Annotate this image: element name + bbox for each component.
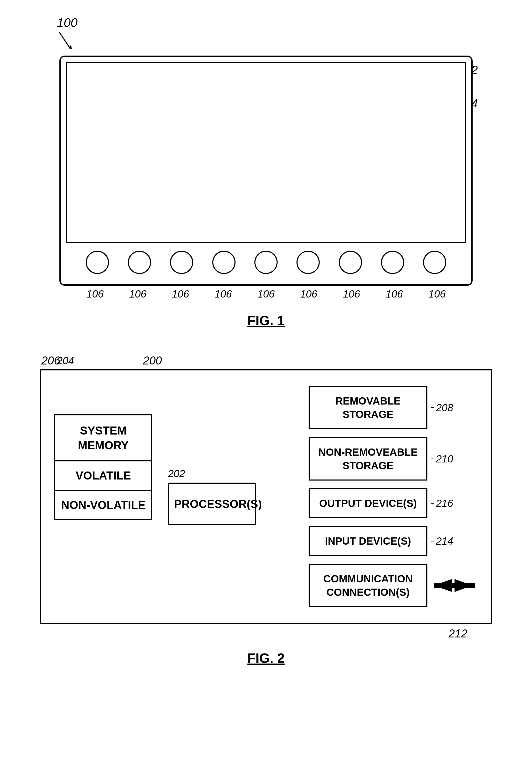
speaker-labels-row: 106 106 106 106 106 106 106 106 106 [59, 286, 473, 302]
label-202: 202 [168, 468, 256, 479]
speaker-label-3: 106 [169, 288, 192, 300]
memory-group-wrapper: 204 SYSTEM MEMORY VOLATILE NON-VOLATILE [54, 386, 152, 520]
right-portion: REMOVABLE STORAGE 208 NON-REMOVEABLE STO… [308, 386, 478, 607]
non-removable-storage-box: NON-REMOVEABLE STORAGE [308, 437, 427, 480]
middle-portion: 202 PROCESSOR(S) [168, 386, 256, 607]
input-device-box: INPUT DEVICE(S) [308, 526, 427, 556]
speaker-label-2: 106 [126, 288, 149, 300]
non-removable-storage-row: NON-REMOVEABLE STORAGE 210 [308, 437, 478, 480]
non-volatile-row: NON-VOLATILE [55, 491, 151, 519]
speaker-circle [255, 251, 277, 274]
ref-line-208 [431, 408, 434, 408]
output-device-row: OUTPUT DEVICE(S) 216 [308, 488, 478, 518]
speaker-label-6: 106 [297, 288, 321, 300]
speaker-label-1: 106 [83, 288, 107, 300]
speaker-circle [296, 251, 320, 274]
svg-marker-10 [434, 579, 452, 592]
label-100: 100 [57, 16, 78, 30]
speaker-label-9: 106 [425, 288, 449, 300]
double-arrow-icon [431, 577, 478, 594]
memory-group: SYSTEM MEMORY VOLATILE NON-VOLATILE [54, 414, 152, 520]
label-212: 212 [449, 627, 467, 640]
removable-storage-box: REMOVABLE STORAGE [308, 386, 427, 429]
monitor-screen [66, 62, 466, 243]
input-device-row: INPUT DEVICE(S) 214 [308, 526, 478, 556]
speaker-circle [212, 251, 236, 274]
label-208: 208 [436, 402, 453, 414]
speaker-label-8: 106 [383, 288, 406, 300]
ref-line-210 [431, 458, 434, 459]
volatile-row: VOLATILE [55, 461, 151, 491]
fig2-section: 206 200 204 SYSTEM MEMORY VOLATILE NON-V… [21, 354, 511, 666]
svg-line-0 [59, 32, 70, 48]
monitor-frame [59, 56, 473, 286]
svg-rect-11 [449, 583, 475, 588]
speaker-circle [170, 251, 193, 274]
speaker-label-7: 106 [340, 288, 363, 300]
speaker-label-5: 106 [255, 288, 277, 300]
fig1-section: 100 102 104 [21, 16, 511, 328]
left-portion: 204 SYSTEM MEMORY VOLATILE NON-VOLATILE [54, 386, 152, 607]
speaker-row [66, 246, 466, 279]
device-container: 102 104 [59, 56, 473, 302]
speaker-circle [86, 251, 109, 274]
removable-storage-row: REMOVABLE STORAGE 208 [308, 386, 478, 429]
speaker-circle [381, 251, 404, 274]
speaker-circle [128, 251, 151, 274]
label-204: 204 [57, 355, 74, 367]
label-214: 214 [436, 535, 453, 547]
label-200: 200 [143, 354, 162, 367]
ref-line-216 [431, 503, 434, 504]
speaker-circle [423, 251, 446, 274]
fig1-caption: FIG. 1 [247, 313, 285, 328]
ref-line-214 [431, 541, 434, 541]
comm-connection-row: COMMUNICATION CONNECTION(S) [308, 564, 478, 607]
fig2-caption: FIG. 2 [247, 650, 285, 666]
arrow-100 [54, 30, 75, 50]
speaker-label-4: 106 [211, 288, 235, 300]
processor-box: PROCESSOR(S) [168, 483, 256, 525]
system-memory-header: SYSTEM MEMORY [55, 415, 151, 461]
label-210: 210 [436, 453, 453, 465]
comm-connection-box: COMMUNICATION CONNECTION(S) [308, 564, 427, 607]
label-216: 216 [436, 498, 453, 509]
speaker-circle [339, 251, 362, 274]
output-device-box: OUTPUT DEVICE(S) [308, 488, 427, 518]
system-block: 204 SYSTEM MEMORY VOLATILE NON-VOLATILE … [40, 369, 492, 624]
